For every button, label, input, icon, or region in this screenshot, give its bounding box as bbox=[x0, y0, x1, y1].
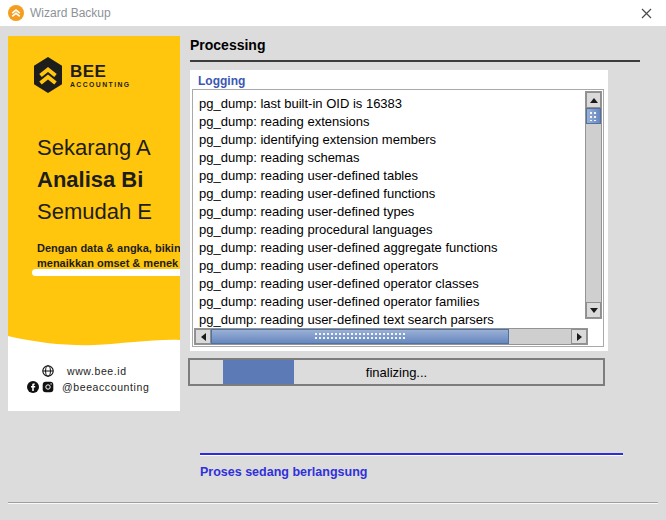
thumb-bumps bbox=[314, 332, 406, 341]
bottom-divider bbox=[8, 502, 658, 504]
vertical-scrollbar-thumb[interactable] bbox=[586, 108, 601, 124]
brand-subtitle: ACCOUNTING bbox=[70, 81, 131, 88]
log-line: pg_dump: last built-in OID is 16383 bbox=[199, 95, 584, 113]
log-list: pg_dump: last built-in OID is 16383pg_du… bbox=[194, 91, 584, 327]
promo-banner: BEE ACCOUNTING Sekarang A Analisa Bi Sem… bbox=[8, 36, 180, 411]
status-text: Proses sedang berlangsung bbox=[200, 465, 367, 479]
progress-label: finalizing... bbox=[190, 360, 603, 384]
scroll-down-button[interactable] bbox=[586, 302, 601, 318]
log-line: pg_dump: reading schemas bbox=[199, 149, 584, 167]
vertical-scrollbar-track[interactable] bbox=[586, 124, 601, 302]
log-scrollpane[interactable]: pg_dump: last built-in OID is 16383pg_du… bbox=[192, 89, 604, 347]
log-line: pg_dump: reading user-defined operators bbox=[199, 257, 584, 275]
horizontal-scrollbar-thumb[interactable] bbox=[211, 329, 509, 344]
social-handle-text: @beeaccounting bbox=[62, 381, 149, 393]
facebook-icon bbox=[27, 381, 39, 393]
brand-name: BEE bbox=[70, 63, 131, 80]
headline-line-3: Semudah E bbox=[37, 196, 152, 228]
horizontal-scrollbar-track[interactable] bbox=[509, 329, 571, 344]
logging-group-title: Logging bbox=[198, 74, 245, 88]
website-row: www.bee.id bbox=[42, 365, 127, 377]
up-arrow-icon bbox=[590, 98, 598, 103]
log-line: pg_dump: reading user-defined types bbox=[199, 203, 584, 221]
log-line: pg_dump: reading user-defined tables bbox=[199, 167, 584, 185]
status-separator bbox=[200, 453, 623, 456]
social-row: @beeaccounting bbox=[27, 381, 149, 393]
log-line: pg_dump: reading extensions bbox=[199, 113, 584, 131]
globe-icon bbox=[42, 365, 54, 377]
heading-underline bbox=[190, 60, 640, 62]
log-line: pg_dump: identifying extension members bbox=[199, 131, 584, 149]
banner-subtext: Dengan data & angka, bikin menaikkan oms… bbox=[37, 241, 180, 271]
bee-app-icon bbox=[8, 5, 24, 21]
bee-hexagon-icon bbox=[34, 57, 62, 93]
headline-line-2: Analisa Bi bbox=[37, 164, 152, 196]
window-title: Wizard Backup bbox=[30, 6, 111, 20]
headline-line-1: Sekarang A bbox=[37, 132, 152, 164]
instagram-icon bbox=[42, 381, 54, 393]
thumb-bumps bbox=[589, 111, 598, 121]
page-title: Processing bbox=[190, 37, 265, 53]
log-line: pg_dump: reading user-defined functions bbox=[199, 185, 584, 203]
highlight-swoosh bbox=[32, 269, 180, 276]
left-arrow-icon bbox=[201, 333, 206, 341]
subtext-line-1: Dengan data & angka, bikin bbox=[37, 241, 180, 256]
log-line: pg_dump: reading user-defined text searc… bbox=[199, 311, 584, 327]
scroll-right-button[interactable] bbox=[571, 329, 587, 344]
progress-bar: finalizing... bbox=[188, 358, 605, 386]
banner-headline: Sekarang A Analisa Bi Semudah E bbox=[37, 132, 152, 228]
scroll-up-button[interactable] bbox=[586, 92, 601, 108]
vertical-scrollbar[interactable] bbox=[585, 91, 602, 319]
horizontal-scrollbar[interactable] bbox=[194, 328, 588, 345]
log-line: pg_dump: reading user-defined operator f… bbox=[199, 293, 584, 311]
logging-panel: Logging pg_dump: last built-in OID is 16… bbox=[190, 70, 608, 351]
title-bar: Wizard Backup bbox=[0, 0, 666, 26]
website-text: www.bee.id bbox=[67, 365, 127, 377]
down-arrow-icon bbox=[590, 308, 598, 313]
scroll-left-button[interactable] bbox=[195, 329, 211, 344]
log-line: pg_dump: reading user-defined operator c… bbox=[199, 275, 584, 293]
log-line: pg_dump: reading procedural languages bbox=[199, 221, 584, 239]
close-icon[interactable] bbox=[635, 3, 657, 23]
bee-accounting-logo: BEE ACCOUNTING bbox=[34, 57, 131, 93]
right-arrow-icon bbox=[577, 333, 582, 341]
log-line: pg_dump: reading user-defined aggregate … bbox=[199, 239, 584, 257]
